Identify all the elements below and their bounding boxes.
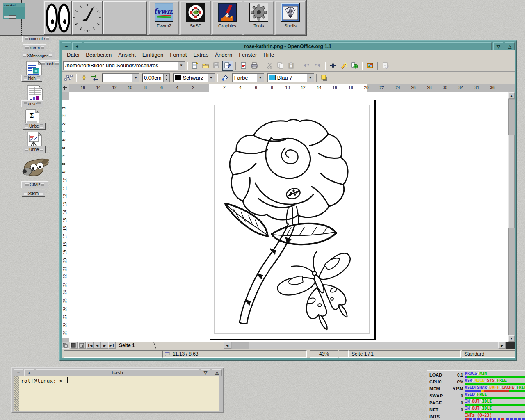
line-width-spinner[interactable]: 0,00cm ▲▼: [142, 73, 170, 82]
hyperlink-button[interactable]: [349, 61, 359, 70]
openoffice-titlebar[interactable]: − + rose-kathrin.png - OpenOffice.org 1.…: [62, 42, 515, 50]
line-style-dropdown-button[interactable]: ▼: [132, 74, 139, 82]
print-button[interactable]: [249, 61, 259, 70]
fill-type-dropdown-button[interactable]: ▼: [257, 74, 264, 82]
open-file-button[interactable]: [201, 61, 211, 70]
notes-view-button[interactable]: [70, 342, 78, 349]
new-document-button[interactable]: [190, 61, 200, 70]
previous-page-button[interactable]: ◀: [94, 342, 101, 349]
paste-button[interactable]: [286, 61, 296, 70]
icon-xterm-2[interactable]: xterm: [22, 190, 45, 197]
window-maximize-button[interactable]: △: [505, 42, 515, 50]
last-page-button[interactable]: ▶❙: [108, 342, 116, 349]
status-zoom-cell[interactable]: 43%: [310, 350, 338, 358]
redo-button[interactable]: [313, 61, 322, 70]
icon-xterm[interactable]: xterm: [23, 44, 46, 51]
gallery-button[interactable]: [365, 61, 375, 70]
page-tab-seite-1[interactable]: Seite 1: [116, 342, 153, 349]
arrow-ends-icon[interactable]: [90, 73, 100, 82]
vertical-scrollbar-track[interactable]: [508, 99, 515, 335]
handout-view-button[interactable]: [78, 342, 86, 349]
terminal-body[interactable]: rolf@linux:~>: [14, 376, 219, 411]
fill-color-dropdown-button[interactable]: ▼: [307, 74, 314, 82]
line-color-dropdown-button[interactable]: ▼: [208, 74, 215, 82]
line-width-value[interactable]: 0,00cm: [142, 74, 163, 82]
icon-unbenannt-1[interactable]: Unbe: [23, 123, 46, 130]
window-stick-button[interactable]: +: [72, 42, 82, 50]
menu-item-extras[interactable]: Extras: [190, 51, 211, 58]
area-fill-icon[interactable]: [220, 73, 230, 82]
terminal-titlebar[interactable]: − + bash ▽ △: [14, 369, 222, 376]
icon-unbenannt-2[interactable]: Unbe: [23, 146, 46, 153]
copy-button[interactable]: [276, 61, 285, 70]
rose-drawing[interactable]: [209, 100, 374, 339]
icon-ansc[interactable]: ansc: [21, 100, 43, 107]
edit-points-button[interactable]: [64, 73, 73, 82]
horizontal-scrollbar-thumb[interactable]: [249, 342, 498, 349]
icon-xmessages[interactable]: XMessages: [21, 52, 55, 59]
icon-xconsole[interactable]: xconsole: [22, 35, 51, 42]
first-page-button[interactable]: ❙◀: [86, 342, 94, 349]
spin-up-button[interactable]: ▲: [164, 74, 169, 78]
taskbar-button-suse[interactable]: SuSE: [180, 1, 211, 35]
scroll-down-button[interactable]: ▼: [508, 335, 515, 342]
icon-high[interactable]: high: [21, 75, 42, 82]
next-page-button[interactable]: ▶: [101, 342, 108, 349]
spellcheck-button[interactable]: [381, 61, 390, 70]
window-minimize-button[interactable]: −: [14, 369, 23, 376]
taskbar-blank-button[interactable]: [103, 1, 147, 35]
taskbar-button-fvwm2[interactable]: fvwm Fvwm2: [149, 1, 179, 35]
spin-down-button[interactable]: ▼: [164, 78, 169, 82]
line-style-select[interactable]: ▼: [102, 73, 139, 82]
drawing-canvas[interactable]: [69, 92, 508, 342]
ruler-origin-corner[interactable]: [62, 84, 69, 92]
drawing-view-button[interactable]: [62, 342, 69, 349]
url-dropdown-button[interactable]: ▼: [178, 62, 185, 70]
scroll-up-button[interactable]: ▲: [508, 92, 515, 99]
wizard-button[interactable]: [339, 61, 349, 70]
document-page[interactable]: [209, 100, 375, 339]
fill-type-select[interactable]: Farbe ▼: [232, 73, 264, 82]
menu-item-einfgen[interactable]: Einfügen: [139, 51, 166, 58]
taskbar-button-shells[interactable]: Shells: [275, 1, 306, 35]
menu-item-ndern[interactable]: Ändern: [212, 51, 235, 58]
terminal-scrollbar[interactable]: [14, 376, 19, 411]
icon-gimp[interactable]: GIMP: [21, 181, 48, 188]
menu-item-format[interactable]: Format: [167, 51, 189, 58]
save-button[interactable]: [212, 61, 221, 70]
menu-item-fenster[interactable]: Fenster: [236, 51, 260, 58]
horizontal-ruler[interactable]: 1816141210864224681012141618202224262830…: [69, 84, 515, 92]
menu-item-ansicht[interactable]: Ansicht: [115, 51, 139, 58]
h-ruler-label: 36: [490, 85, 494, 90]
fvwm-pager[interactable]: rose-kat: [0, 0, 43, 35]
shadow-button[interactable]: [320, 73, 329, 82]
window-shade-button[interactable]: ▽: [493, 42, 503, 50]
window-stick-button[interactable]: +: [24, 369, 34, 376]
icon-gimp-wilber[interactable]: [21, 155, 50, 180]
taskbar-button-graphics[interactable]: Graphics: [212, 1, 242, 35]
export-pdf-button[interactable]: [239, 61, 249, 70]
cut-button[interactable]: [265, 61, 275, 70]
line-style-pen-icon[interactable]: [79, 73, 89, 82]
line-color-select[interactable]: Schwarz ▼: [173, 73, 215, 82]
fill-color-select[interactable]: Blau 7 ▼: [267, 73, 314, 82]
menu-item-hilfe[interactable]: Hilfe: [260, 51, 277, 58]
window-shade-button[interactable]: ▽: [201, 369, 210, 376]
vertical-scrollbar[interactable]: ▲ ▼: [508, 92, 515, 342]
undo-button[interactable]: [302, 61, 312, 70]
navigator-button[interactable]: [328, 61, 338, 70]
menu-item-datei[interactable]: Datei: [64, 51, 82, 58]
vertical-scrollbar-thumb[interactable]: [508, 135, 515, 228]
menu-item-bearbeiten[interactable]: Bearbeiten: [83, 51, 114, 58]
edit-file-button[interactable]: [222, 61, 233, 71]
taskbar-button-tools[interactable]: Tools: [244, 1, 274, 35]
hscroll-right-button[interactable]: ▶: [498, 342, 506, 349]
url-input[interactable]: /home/rolf/Bilder-und-Sounds/rosen/ros: [64, 62, 178, 68]
url-combobox[interactable]: /home/rolf/Bilder-und-Sounds/rosen/ros ▼: [63, 61, 185, 70]
window-minimize-button[interactable]: −: [62, 42, 71, 50]
hscroll-left-button[interactable]: ◀: [224, 342, 231, 349]
icon-bash[interactable]: bash: [39, 60, 61, 67]
window-maximize-button[interactable]: △: [212, 369, 222, 376]
vertical-ruler[interactable]: 1234567891011121314151617181920212223242…: [62, 92, 69, 342]
horizontal-scrollbar-track[interactable]: [231, 342, 249, 349]
